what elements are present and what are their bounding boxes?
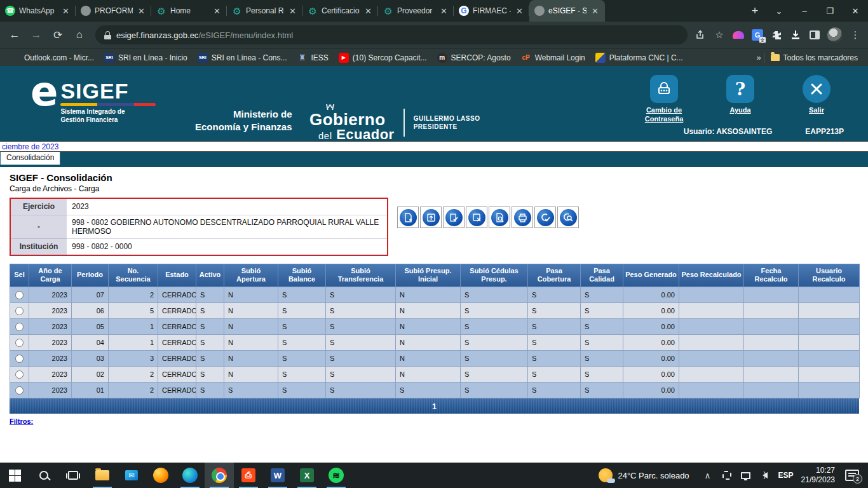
taskbar-chrome-button[interactable] xyxy=(205,463,234,488)
weather-widget[interactable]: 24°C Parc. soleado xyxy=(593,468,694,482)
taskbar-mail-button[interactable]: ✉ xyxy=(117,463,146,488)
exit-button[interactable]: Salir xyxy=(789,75,844,124)
tab-close-icon[interactable]: ✕ xyxy=(288,6,297,16)
row-select-radio[interactable] xyxy=(15,307,24,315)
browser-tab[interactable]: ⚙Home✕ xyxy=(151,0,227,22)
bookmark-star-icon[interactable]: ☆ xyxy=(713,29,726,41)
table-cell: S xyxy=(396,383,461,398)
all-bookmarks-button[interactable]: Todos los marcadores xyxy=(767,51,862,64)
approve-button[interactable] xyxy=(534,207,556,228)
taskbar-spotify-button[interactable]: ≋ xyxy=(322,463,351,488)
translate-icon[interactable]: G xyxy=(751,29,764,41)
bookmark-item[interactable]: ▶(10) Sercop Capacit... xyxy=(335,51,431,65)
bookmark-item[interactable]: ♜IESS xyxy=(294,51,332,65)
taskbar-excel-button[interactable]: X xyxy=(292,463,322,488)
tab-close-icon[interactable]: ✕ xyxy=(515,6,524,16)
language-indicator[interactable]: ESP xyxy=(778,471,794,480)
tab-close-icon[interactable]: ✕ xyxy=(363,6,373,16)
bookmark-item[interactable]: Plataforma CNC | C... xyxy=(592,51,687,65)
tab-close-icon[interactable]: ✕ xyxy=(137,6,146,16)
taskbar-taskview-button[interactable] xyxy=(58,463,88,488)
downloads-icon[interactable] xyxy=(789,29,802,41)
upload-button[interactable] xyxy=(420,207,442,228)
taskbar-edge-button[interactable] xyxy=(175,463,205,488)
minimize-button[interactable]: – xyxy=(792,0,817,22)
bookmarks-overflow-icon[interactable]: » xyxy=(756,53,761,62)
select-cell xyxy=(10,303,29,319)
taskbar-search-button[interactable] xyxy=(29,463,58,488)
row-select-radio[interactable] xyxy=(15,339,24,347)
change-password-button[interactable]: Cambio de Contraseña xyxy=(637,75,691,124)
taskbar-foxit-pdf-button[interactable]: ⎙ xyxy=(234,463,263,488)
validate-button[interactable] xyxy=(443,207,465,228)
taskbar-explorer-button[interactable] xyxy=(88,463,117,488)
row-select-radio[interactable] xyxy=(15,323,24,331)
bookmark-label: Webmail Login xyxy=(535,53,585,62)
bookmark-item[interactable]: SRISRI en Línea - Inicio xyxy=(100,51,191,65)
bookmark-label: Plataforma CNC | C... xyxy=(609,53,683,62)
gov-name-line2: del Ecuador xyxy=(318,128,395,142)
tab-close-icon[interactable]: ✕ xyxy=(61,6,71,16)
bookmark-item[interactable]: mSERCOP: Agosto xyxy=(433,51,515,65)
page-number[interactable]: 1 xyxy=(432,402,437,411)
new-tab-button[interactable]: + xyxy=(746,2,764,20)
president-name: GUILLERMO LASSO PRESIDENTE xyxy=(414,114,480,131)
filters-link[interactable]: Filtros: xyxy=(10,417,33,425)
row-select-radio[interactable] xyxy=(15,291,24,299)
table-cell: S xyxy=(326,351,396,367)
share-icon[interactable] xyxy=(694,29,707,41)
bookmark-item[interactable]: SRISRI en Línea - Cons... xyxy=(194,51,291,65)
bookmark-item[interactable]: Outlook.com - Micr... xyxy=(6,51,98,65)
bookmark-item[interactable]: cPWebmail Login xyxy=(517,51,589,65)
browser-tab[interactable]: ☎WhatsApp✕ xyxy=(0,0,76,22)
create-button[interactable] xyxy=(397,207,419,228)
browser-tab[interactable]: ⚙Certificacione✕ xyxy=(302,0,378,22)
search-button[interactable] xyxy=(557,207,579,228)
side-panel-icon[interactable] xyxy=(808,29,821,41)
browser-tab[interactable]: ⚙Personal Rol✕ xyxy=(227,0,302,22)
browser-tab[interactable]: ⚙Proveedor✕ xyxy=(378,0,454,22)
tab-close-icon[interactable]: ✕ xyxy=(212,6,222,16)
tab-consolidacion[interactable]: Consolidación xyxy=(0,152,60,165)
back-icon[interactable]: ← xyxy=(5,25,24,44)
detail-button[interactable] xyxy=(489,207,510,228)
tab-close-icon[interactable]: ✕ xyxy=(439,6,449,16)
close-button[interactable]: ✕ xyxy=(843,0,868,22)
tab-search-chevron-icon[interactable]: ⌄ xyxy=(766,0,792,22)
notifications-button[interactable]: 2 xyxy=(843,470,862,481)
reload-icon[interactable]: ⟳ xyxy=(48,25,67,44)
address-bar[interactable]: esigef.finanzas.gob.ec/eSIGEF/menu/index… xyxy=(95,25,688,44)
browser-tab[interactable]: eSIGEF - Siste✕ xyxy=(529,0,605,22)
table-cell: S xyxy=(461,303,528,319)
taskbar-firefox-button[interactable] xyxy=(146,463,175,488)
browser-menu-icon[interactable]: ⋮ xyxy=(849,29,862,41)
row-select-radio[interactable] xyxy=(15,386,24,395)
maximize-button[interactable]: ❐ xyxy=(817,0,843,22)
browser-tab[interactable]: PROFORMA 3✕ xyxy=(76,0,151,22)
extension-cloud-icon[interactable] xyxy=(732,29,745,41)
print-button[interactable] xyxy=(512,207,533,228)
browser-tab[interactable]: GFIRMAEC - Bu✕ xyxy=(454,0,529,22)
tab-close-icon[interactable]: ✕ xyxy=(590,6,600,16)
form-row-entidad: - 998 - 0802 GOBIERNO AUTONOMO DESCENTRA… xyxy=(11,215,387,238)
row-select-radio[interactable] xyxy=(15,355,24,363)
taskbar-start-button[interactable] xyxy=(0,463,29,488)
help-button[interactable]: ? Ayuda xyxy=(713,75,768,124)
document-search-icon xyxy=(491,209,508,226)
taskbar-word-button[interactable]: W xyxy=(263,463,292,488)
forward-icon[interactable]: → xyxy=(27,25,46,44)
volume-icon[interactable] xyxy=(759,472,771,478)
pagination-bar[interactable]: 1 xyxy=(10,398,859,414)
table-cell: CERRADO xyxy=(158,335,196,351)
lock-icon[interactable] xyxy=(104,31,111,39)
extensions-puzzle-icon[interactable] xyxy=(770,29,783,41)
clock[interactable]: 10:27 21/9/2023 xyxy=(801,466,835,485)
delete-button[interactable] xyxy=(466,207,487,228)
cast-icon[interactable] xyxy=(721,471,733,480)
network-icon[interactable] xyxy=(740,472,752,479)
row-select-radio[interactable] xyxy=(15,370,24,379)
home-icon[interactable]: ⌂ xyxy=(70,25,89,44)
chrome-icon xyxy=(212,468,227,483)
profile-avatar[interactable] xyxy=(827,27,843,43)
hidden-icons-chevron[interactable]: ∧ xyxy=(702,471,714,480)
